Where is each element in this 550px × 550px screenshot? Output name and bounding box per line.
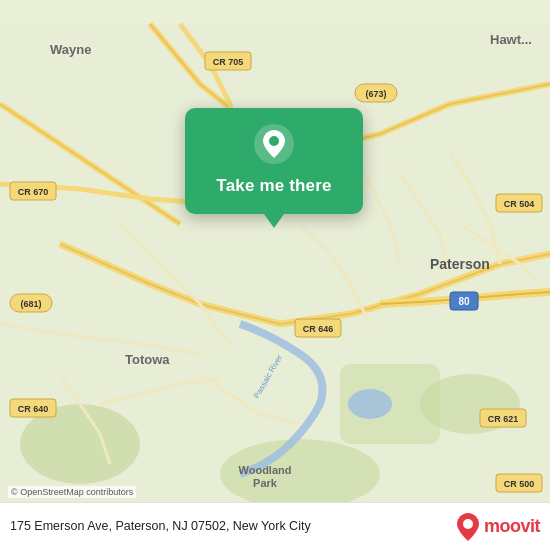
location-pin-icon <box>252 122 296 166</box>
svg-text:Totowa: Totowa <box>125 352 170 367</box>
osm-attribution: © OpenStreetMap contributors <box>8 486 136 498</box>
svg-text:Woodland: Woodland <box>239 464 292 476</box>
svg-text:Wayne: Wayne <box>50 42 91 57</box>
location-card: Take me there <box>185 108 363 214</box>
svg-text:(673): (673) <box>365 89 386 99</box>
bottom-bar: © OpenStreetMap contributors 175 Emerson… <box>0 502 550 550</box>
svg-text:CR 500: CR 500 <box>504 479 535 489</box>
svg-text:CR 504: CR 504 <box>504 199 535 209</box>
svg-point-5 <box>348 389 392 419</box>
map-container: CR 705 CR 670 (673) (681) CR 504 CR 646 … <box>0 0 550 550</box>
svg-text:CR 640: CR 640 <box>18 404 49 414</box>
svg-text:Hawt...: Hawt... <box>490 32 532 47</box>
take-me-there-button[interactable]: Take me there <box>216 174 331 198</box>
svg-point-35 <box>463 519 473 529</box>
map-svg: CR 705 CR 670 (673) (681) CR 504 CR 646 … <box>0 0 550 550</box>
svg-text:CR 705: CR 705 <box>213 57 244 67</box>
svg-text:CR 621: CR 621 <box>488 414 519 424</box>
moovit-text: moovit <box>484 516 540 537</box>
svg-text:CR 670: CR 670 <box>18 187 49 197</box>
svg-text:CR 646: CR 646 <box>303 324 334 334</box>
svg-point-34 <box>269 136 279 146</box>
svg-text:(681): (681) <box>20 299 41 309</box>
moovit-logo: moovit <box>456 513 540 541</box>
moovit-pin-icon <box>456 513 480 541</box>
svg-text:80: 80 <box>458 296 470 307</box>
address-label: 175 Emerson Ave, Paterson, NJ 07502, New… <box>10 518 456 534</box>
svg-text:Paterson: Paterson <box>430 256 490 272</box>
svg-text:Park: Park <box>253 477 278 489</box>
